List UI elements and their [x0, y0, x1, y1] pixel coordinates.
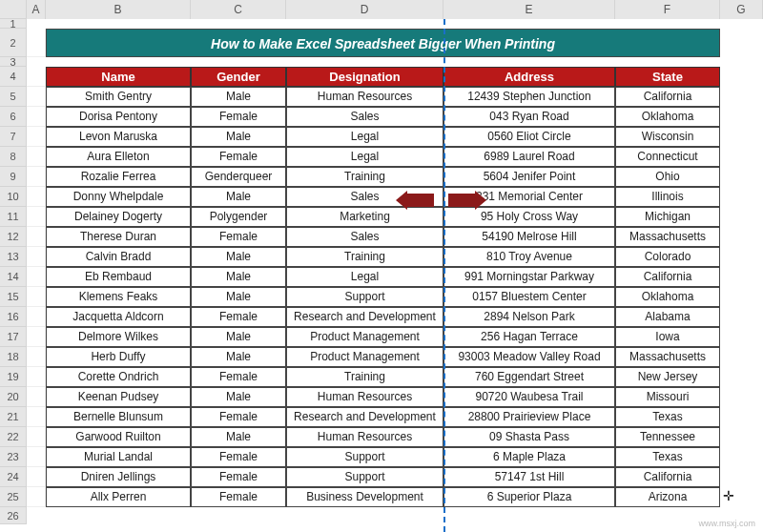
- cell-state[interactable]: Alabama: [615, 307, 720, 327]
- cell-state[interactable]: Arizona: [615, 487, 720, 507]
- cell-name[interactable]: Delmore Wilkes: [46, 327, 191, 347]
- cell-designation[interactable]: Human Resources: [286, 387, 443, 407]
- cell-gender[interactable]: Female: [191, 227, 286, 247]
- cell-gender[interactable]: Female: [191, 407, 286, 427]
- row-header-14[interactable]: 14: [0, 267, 27, 287]
- empty-cell[interactable]: [27, 227, 46, 247]
- col-header-A[interactable]: A: [27, 0, 46, 19]
- cell-state[interactable]: California: [615, 87, 720, 107]
- cell-state[interactable]: Missouri: [615, 387, 720, 407]
- cell-name[interactable]: Garwood Ruilton: [46, 427, 191, 447]
- cell-address[interactable]: 95 Holy Cross Way: [443, 207, 615, 227]
- cell-gender[interactable]: Male: [191, 187, 286, 207]
- row-header-10[interactable]: 10: [0, 187, 27, 207]
- cell-designation[interactable]: Sales: [286, 227, 443, 247]
- cell-designation[interactable]: Legal: [286, 267, 443, 287]
- cell-address[interactable]: 810 Troy Avenue: [443, 247, 615, 267]
- empty-cell[interactable]: [27, 107, 46, 127]
- cell-state[interactable]: Oklahoma: [615, 107, 720, 127]
- cell-name[interactable]: Levon Maruska: [46, 127, 191, 147]
- cell-designation[interactable]: Product Management: [286, 327, 443, 347]
- row-header-15[interactable]: 15: [0, 287, 27, 307]
- row-header-7[interactable]: 7: [0, 127, 27, 147]
- cell-address[interactable]: 2894 Nelson Park: [443, 307, 615, 327]
- cell-gender[interactable]: Genderqueer: [191, 167, 286, 187]
- empty-cell[interactable]: [27, 167, 46, 187]
- cell-state[interactable]: California: [615, 267, 720, 287]
- empty-cell[interactable]: [27, 267, 46, 287]
- cell-name[interactable]: Murial Landal: [46, 447, 191, 467]
- cell-state[interactable]: Michigan: [615, 207, 720, 227]
- cell-address[interactable]: 6 Maple Plaza: [443, 447, 615, 467]
- cell-name[interactable]: Donny Whelpdale: [46, 187, 191, 207]
- cell-name[interactable]: Jacquetta Aldcorn: [46, 307, 191, 327]
- col-header-B[interactable]: B: [46, 0, 191, 19]
- cell-state[interactable]: Texas: [615, 407, 720, 427]
- cell-state[interactable]: Tennessee: [615, 427, 720, 447]
- cell-name[interactable]: Herb Duffy: [46, 347, 191, 367]
- cell-name[interactable]: Corette Ondrich: [46, 367, 191, 387]
- cell-name[interactable]: Calvin Bradd: [46, 247, 191, 267]
- empty-cell[interactable]: [27, 87, 46, 107]
- cell-address[interactable]: 0157 Bluestem Center: [443, 287, 615, 307]
- cell-designation[interactable]: Training: [286, 247, 443, 267]
- cell-designation[interactable]: Support: [286, 467, 443, 487]
- empty-cell[interactable]: [27, 29, 46, 57]
- row-header-11[interactable]: 11: [0, 207, 27, 227]
- header-address[interactable]: Address: [443, 67, 615, 87]
- cell-gender[interactable]: Female: [191, 147, 286, 167]
- cell-name[interactable]: Allx Perren: [46, 487, 191, 507]
- empty-cell[interactable]: [27, 487, 46, 507]
- empty-cell[interactable]: [27, 127, 46, 147]
- row-header-16[interactable]: 16: [0, 307, 27, 327]
- cell-name[interactable]: Aura Elleton: [46, 147, 191, 167]
- cell-designation[interactable]: Training: [286, 367, 443, 387]
- cell-address[interactable]: 5604 Jenifer Point: [443, 167, 615, 187]
- cell-state[interactable]: Wisconsin: [615, 127, 720, 147]
- cell-designation[interactable]: Research and Development: [286, 407, 443, 427]
- select-all-corner[interactable]: [0, 0, 27, 19]
- cell-gender[interactable]: Male: [191, 87, 286, 107]
- col-header-D[interactable]: D: [286, 0, 443, 19]
- row-header-23[interactable]: 23: [0, 447, 27, 467]
- col-header-G[interactable]: G: [720, 0, 763, 19]
- row-header-2[interactable]: 2: [0, 29, 27, 57]
- cell-gender[interactable]: Female: [191, 487, 286, 507]
- cell-state[interactable]: Iowa: [615, 327, 720, 347]
- cell-address[interactable]: 6989 Laurel Road: [443, 147, 615, 167]
- header-name[interactable]: Name: [46, 67, 191, 87]
- cell-name[interactable]: Delainey Dogerty: [46, 207, 191, 227]
- cell-name[interactable]: Keenan Pudsey: [46, 387, 191, 407]
- cell-gender[interactable]: Female: [191, 367, 286, 387]
- row-header-6[interactable]: 6: [0, 107, 27, 127]
- cell-gender[interactable]: Male: [191, 327, 286, 347]
- empty-cell[interactable]: [27, 147, 46, 167]
- cell-name[interactable]: Therese Duran: [46, 227, 191, 247]
- cell-gender[interactable]: Polygender: [191, 207, 286, 227]
- row-header-26[interactable]: 26: [0, 507, 27, 524]
- cell-designation[interactable]: Legal: [286, 127, 443, 147]
- empty-cell[interactable]: [27, 467, 46, 487]
- empty-cell[interactable]: [27, 67, 46, 87]
- cell-address[interactable]: 09 Shasta Pass: [443, 427, 615, 447]
- row-header-17[interactable]: 17: [0, 327, 27, 347]
- cell-state[interactable]: Illinois: [615, 187, 720, 207]
- cell-state[interactable]: Massachusetts: [615, 347, 720, 367]
- cell-state[interactable]: Colorado: [615, 247, 720, 267]
- cell-name[interactable]: Bernelle Blunsum: [46, 407, 191, 427]
- cell-designation[interactable]: Support: [286, 287, 443, 307]
- row-header-13[interactable]: 13: [0, 247, 27, 267]
- row-header-8[interactable]: 8: [0, 147, 27, 167]
- empty-cell[interactable]: [27, 307, 46, 327]
- empty-cell[interactable]: [27, 447, 46, 467]
- cell-address[interactable]: 93003 Meadow Valley Road: [443, 347, 615, 367]
- cell-address[interactable]: 991 Morningstar Parkway: [443, 267, 615, 287]
- row-header-22[interactable]: 22: [0, 427, 27, 447]
- cell-state[interactable]: Massachusetts: [615, 227, 720, 247]
- col-header-C[interactable]: C: [191, 0, 286, 19]
- row-header-1[interactable]: 1: [0, 19, 27, 29]
- cell-gender[interactable]: Male: [191, 387, 286, 407]
- row-header-25[interactable]: 25: [0, 487, 27, 507]
- title-cell[interactable]: How to Make Excel Spreadsheet Bigger Whe…: [46, 29, 720, 57]
- row-header-4[interactable]: 4: [0, 67, 27, 87]
